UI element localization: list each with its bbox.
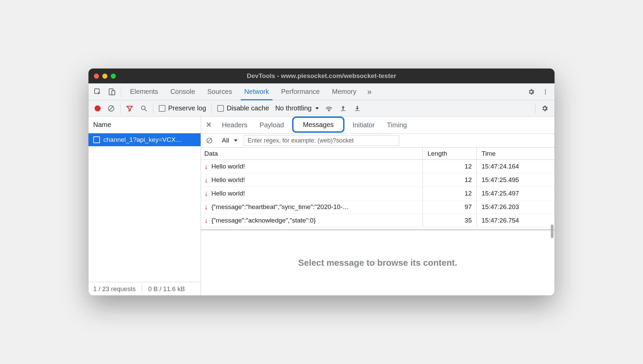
status-bar: 1 / 23 requests 0 B / 11.6 kB (88, 282, 201, 295)
message-row[interactable]: ↓Hello world!1215:47:24.164 (201, 160, 555, 173)
separator (121, 87, 121, 97)
svg-rect-12 (355, 110, 359, 111)
titlebar: DevTools - www.piesocket.com/websocket-t… (88, 69, 555, 83)
traffic-lights (94, 74, 116, 79)
detail-tabs: ✕ HeadersPayloadMessagesInitiatorTiming (201, 116, 555, 133)
clear-messages-icon[interactable] (203, 134, 216, 147)
scrollbar-thumb[interactable] (551, 225, 554, 238)
body-split: Name channel_1?api_key=VCX… 1 / 23 reque… (88, 116, 555, 295)
message-data: Hello world! (211, 190, 245, 197)
tab-memory[interactable]: Memory (326, 83, 362, 100)
message-type-filter[interactable]: All (218, 137, 241, 144)
message-placeholder: Select message to browse its content. (201, 229, 555, 295)
message-time: 15:47:25.495 (477, 173, 555, 186)
tab-performance[interactable]: Performance (275, 83, 326, 100)
minimize-window-button[interactable] (102, 74, 107, 79)
maximize-window-button[interactable] (111, 74, 116, 79)
throttling-select[interactable]: No throttling (273, 104, 321, 112)
main-tabs: ElementsConsoleSourcesNetworkPerformance… (88, 83, 555, 100)
detail-tab-initiator[interactable]: Initiator (346, 116, 381, 133)
message-data: {"message":"heartbeat","sync_time":"2020… (211, 203, 349, 211)
svg-point-5 (545, 93, 546, 94)
header-data[interactable]: Data (201, 148, 423, 159)
filter-icon[interactable] (123, 102, 136, 115)
status-transfer: 0 B / 11.6 kB (148, 285, 185, 293)
message-length: 12 (423, 187, 477, 200)
message-length: 12 (423, 160, 477, 173)
preserve-log-checkbox[interactable]: Preserve log (156, 104, 209, 112)
message-time: 15:47:26.754 (477, 214, 555, 227)
window-title: DevTools - www.piesocket.com/websocket-t… (247, 72, 396, 80)
svg-line-14 (208, 139, 211, 142)
more-tabs-button[interactable]: » (364, 87, 375, 97)
disable-cache-label: Disable cache (227, 104, 269, 112)
detail-tab-timing[interactable]: Timing (381, 116, 413, 133)
detail-tab-messages[interactable]: Messages (292, 116, 344, 133)
message-filter-bar: All Enter regex, for example: (web)?sock… (201, 133, 555, 148)
svg-line-7 (109, 106, 113, 110)
svg-rect-11 (341, 110, 345, 111)
message-length: 35 (423, 214, 477, 227)
settings-icon[interactable] (525, 85, 538, 98)
message-row[interactable]: ↓{"message":"heartbeat","sync_time":"202… (201, 200, 555, 214)
svg-point-3 (545, 89, 546, 90)
message-row[interactable]: ↓{"message":"acknowledge","state":0}3515… (201, 214, 555, 227)
separator (120, 103, 121, 113)
network-toolbar: Preserve log Disable cache No throttling (88, 100, 555, 116)
close-window-button[interactable] (94, 74, 99, 79)
message-length: 97 (423, 200, 477, 213)
svg-rect-2 (112, 90, 115, 95)
message-time: 15:47:26.203 (477, 200, 555, 213)
request-row[interactable]: channel_1?api_key=VCX… (88, 133, 201, 146)
network-conditions-icon[interactable] (323, 102, 335, 115)
message-type-label: All (222, 137, 229, 144)
svg-line-9 (145, 109, 147, 111)
close-detail-button[interactable]: ✕ (203, 119, 214, 131)
devtools-window: DevTools - www.piesocket.com/websocket-t… (88, 69, 555, 295)
request-name: channel_1?api_key=VCX… (103, 136, 182, 144)
header-length[interactable]: Length (423, 148, 477, 159)
separator (211, 103, 212, 113)
requests-pane: Name channel_1?api_key=VCX… 1 / 23 reque… (88, 116, 201, 295)
svg-point-10 (328, 110, 329, 111)
regex-placeholder: Enter regex, for example: (web)?socket (248, 137, 354, 144)
svg-point-8 (142, 106, 145, 109)
tab-sources[interactable]: Sources (201, 83, 238, 100)
upload-har-icon[interactable] (337, 102, 350, 115)
device-toolbar-icon[interactable] (105, 85, 118, 98)
requests-header-name[interactable]: Name (88, 116, 201, 133)
separator (153, 103, 153, 113)
message-row[interactable]: ↓Hello world!1215:47:25.495 (201, 173, 555, 187)
network-settings-icon[interactable] (538, 102, 551, 115)
download-har-icon[interactable] (351, 102, 364, 115)
disable-cache-checkbox[interactable]: Disable cache (214, 104, 272, 112)
status-requests: 1 / 23 requests (93, 285, 136, 293)
message-data: {"message":"acknowledge","state":0} (211, 217, 316, 224)
arrow-down-icon: ↓ (204, 162, 208, 171)
preserve-log-label: Preserve log (168, 104, 206, 112)
websocket-icon (93, 136, 100, 143)
message-row[interactable]: ↓Hello world!1215:47:25.497 (201, 187, 555, 200)
kebab-menu-icon[interactable] (539, 85, 552, 98)
tab-network[interactable]: Network (238, 83, 275, 100)
tab-console[interactable]: Console (164, 83, 201, 100)
detail-pane: ✕ HeadersPayloadMessagesInitiatorTiming … (201, 116, 555, 295)
clear-icon[interactable] (105, 102, 118, 115)
inspect-element-icon[interactable] (91, 85, 104, 98)
header-time[interactable]: Time (477, 148, 555, 159)
throttling-label: No throttling (275, 104, 312, 112)
arrow-down-icon: ↓ (204, 176, 208, 184)
arrow-down-icon: ↓ (204, 216, 208, 225)
record-button[interactable] (95, 105, 101, 111)
message-time: 15:47:24.164 (477, 160, 555, 173)
detail-tab-headers[interactable]: Headers (216, 116, 254, 133)
message-length: 12 (423, 173, 477, 186)
separator (535, 103, 536, 113)
search-icon[interactable] (137, 102, 150, 115)
tab-elements[interactable]: Elements (124, 83, 164, 100)
detail-tab-payload[interactable]: Payload (254, 116, 290, 133)
regex-filter-input[interactable]: Enter regex, for example: (web)?socket (244, 135, 399, 146)
message-data: Hello world! (211, 176, 245, 184)
message-time: 15:47:25.497 (477, 187, 555, 200)
messages-table: Data Length Time ↓Hello world!1215:47:24… (201, 148, 555, 227)
